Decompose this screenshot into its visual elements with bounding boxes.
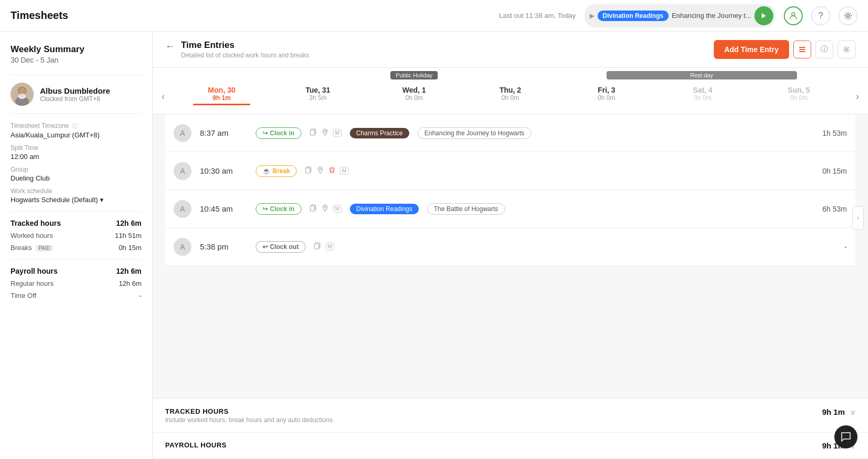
info-button[interactable]: ⓘ: [815, 41, 833, 58]
payroll-hours-summary[interactable]: PAYROLL HOURS 9h 1m ∨: [153, 433, 868, 459]
main-layout: Weekly Summary 30 Dec - 5 Jan Albus Dumb…: [0, 32, 868, 459]
clock-in-badge[interactable]: ↪ Clock in: [256, 127, 301, 139]
svg-rect-8: [799, 47, 805, 48]
cal-day-wed-sub: 0h 0m: [366, 94, 462, 102]
charms-practice-tag: Charms Practice: [350, 128, 409, 138]
help-icon-button[interactable]: ?: [811, 6, 830, 25]
topnav: Timesheets Last out 11:38 am, Today ▶ Di…: [0, 0, 868, 32]
tracked-hours-row: Tracked hours 12h 6m: [11, 219, 142, 227]
tracked-hours-summary[interactable]: TRACKED HOURS Include worked hours, brea…: [153, 399, 868, 433]
chat-icon: [841, 432, 851, 442]
m-icon[interactable]: M: [333, 129, 341, 137]
cal-day-thu-sub: 0h 0m: [462, 94, 559, 102]
entry-duration: 1h 53m: [815, 129, 847, 137]
svg-point-2: [847, 14, 850, 17]
timeoff-row: Time Off -: [11, 292, 142, 300]
user-sub: Clocked from GMT+8: [40, 95, 110, 103]
avatar: A: [174, 162, 191, 180]
payroll-hours-row: Payroll hours 12h 6m: [11, 267, 142, 275]
cal-day-wed-label: Wed, 1: [366, 86, 462, 94]
settings-button[interactable]: [837, 41, 855, 58]
copy-icon[interactable]: [310, 204, 317, 213]
group-value: Dueling Club: [11, 174, 142, 182]
cal-day-tue-sub: 3h 5m: [270, 94, 366, 102]
delete-icon[interactable]: [328, 166, 336, 175]
tracked-hours-left: TRACKED HOURS Include worked hours, brea…: [165, 407, 335, 424]
regular-value: 12h 6m: [119, 280, 142, 287]
tracked-hours-value: 9h 1m: [822, 407, 845, 416]
public-holiday-badge: Public Holiday: [390, 71, 438, 79]
user-icon-button[interactable]: [784, 6, 803, 25]
calendar-nav: ‹ Mon, 30 9h 1m Tue, 31 3h 5m: [153, 79, 868, 114]
payroll-label: Payroll hours: [11, 267, 57, 275]
copy-icon[interactable]: [310, 128, 317, 137]
cal-day-sun-label: Sun, 5: [751, 86, 847, 94]
cal-holiday-mon: [174, 68, 270, 79]
tracked-hours-right: 9h 1m ∨: [822, 407, 855, 416]
list-view-button[interactable]: [793, 41, 811, 58]
back-button[interactable]: ←: [165, 41, 175, 52]
user-info: Albus Dumbledore Clocked from GMT+8: [40, 86, 110, 103]
avatar: A: [174, 124, 191, 142]
calendar-header: Public Holiday Rest day ‹ Mon, 30 9h 1m: [153, 68, 868, 114]
m-icon[interactable]: M: [340, 167, 348, 175]
paid-badge: PAID: [36, 245, 53, 252]
cal-holiday-tue: [270, 68, 366, 79]
divider-2: [11, 259, 142, 260]
content-header-left: ← Time Entries Detailed list of clocked …: [165, 40, 309, 59]
location-icon[interactable]: [317, 166, 324, 175]
m-icon[interactable]: M: [333, 205, 341, 213]
avatar: A: [174, 238, 191, 256]
svg-rect-10: [799, 51, 805, 52]
weekly-summary-section: Weekly Summary 30 Dec - 5 Jan: [11, 44, 142, 64]
cal-day-mon-underline: [193, 104, 251, 105]
cal-day-wed[interactable]: Wed, 1 0h 0m: [366, 84, 462, 109]
tracker-badge[interactable]: Divination Readings: [598, 11, 669, 21]
breaks-row: Breaks PAID 0h 15m: [11, 244, 142, 252]
entry-icons: M: [310, 204, 341, 213]
svg-rect-19: [310, 206, 315, 211]
svg-point-17: [320, 168, 321, 170]
svg-rect-16: [306, 168, 310, 173]
table-row: A 10:30 am ☕ Break M: [165, 152, 855, 190]
cal-day-fri[interactable]: Fri, 3 0h 0m: [558, 84, 654, 109]
cal-next-button[interactable]: ›: [847, 91, 868, 102]
cal-day-tue[interactable]: Tue, 31 3h 5m: [270, 84, 366, 109]
entry-duration: 0h 15m: [815, 167, 847, 175]
chevron-down-icon: ▾: [100, 196, 104, 204]
m-icon[interactable]: M: [326, 243, 334, 251]
divider-1: [11, 211, 142, 212]
cal-day-sun[interactable]: Sun, 5 0h 0m: [751, 84, 847, 109]
cal-day-thu[interactable]: Thu, 2 0h 0m: [462, 84, 559, 109]
cal-day-fri-sub: 0h 0m: [558, 94, 654, 102]
chat-bubble-button[interactable]: [834, 425, 857, 448]
copy-icon[interactable]: [305, 166, 312, 175]
clock-in-badge[interactable]: ↪ Clock in: [256, 203, 301, 215]
scroll-right-button[interactable]: ›: [852, 206, 864, 230]
settings-icon-button[interactable]: [839, 6, 857, 25]
payroll-hours-left: PAYROLL HOURS: [165, 441, 227, 449]
cal-day-mon[interactable]: Mon, 30 9h 1m: [174, 84, 270, 109]
timezone-field: Timesheet Timezone ⓘ Asia/Kuala_Lumpur (…: [11, 122, 142, 139]
location-icon[interactable]: [321, 128, 329, 137]
clock-out-badge[interactable]: ↩ Clock out: [256, 241, 306, 253]
table-row: A 5:38 pm ↩ Clock out M -: [165, 228, 855, 266]
timeoff-label: Time Off: [11, 292, 36, 300]
cal-day-thu-label: Thu, 2: [462, 86, 559, 94]
cal-day-sat[interactable]: Sat, 4 0h 0m: [654, 84, 751, 109]
payroll-hours-title: PAYROLL HOURS: [165, 441, 227, 449]
add-time-entry-button[interactable]: Add Time Entry: [714, 40, 789, 59]
settings-icon: [844, 12, 852, 20]
break-badge[interactable]: ☕ Break: [256, 165, 297, 177]
location-icon[interactable]: [321, 204, 329, 213]
split-time-label: Split Time: [11, 144, 142, 152]
list-icon: [799, 46, 806, 53]
divination-tag: Divination Readings: [350, 204, 419, 214]
work-schedule-value[interactable]: Hogwarts Schedule (Default) ▾: [11, 196, 142, 204]
chevron-down-icon: ∨: [850, 408, 855, 416]
svg-point-11: [845, 48, 847, 51]
cal-prev-button[interactable]: ‹: [153, 91, 174, 102]
tracker-play-button[interactable]: [754, 6, 773, 25]
copy-icon[interactable]: [314, 242, 321, 251]
arrow-right-icon: ↪: [263, 205, 268, 213]
